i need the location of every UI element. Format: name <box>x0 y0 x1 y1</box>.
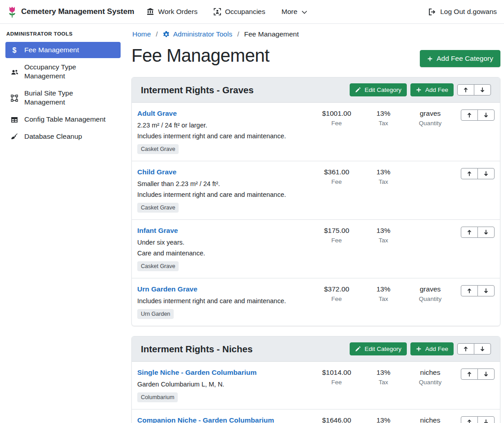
sidebar-item-burial-site-type-management[interactable]: Burial Site Type Management <box>5 85 121 110</box>
fee-tax-col: 13%Tax <box>360 368 407 386</box>
move-fee-down-button[interactable] <box>477 227 495 238</box>
fee-tax-col: 13%Tax <box>360 168 407 185</box>
fee-tax: 13% <box>360 168 407 176</box>
add-fee-category-button[interactable]: Add Fee Category <box>420 50 500 67</box>
fee-amount-label: Fee <box>313 296 360 302</box>
move-category-down-button[interactable] <box>474 84 491 96</box>
move-category-up-button[interactable] <box>457 343 474 355</box>
fee-quantity-label: Quantity <box>407 296 454 302</box>
sidebar-item-database-cleanup[interactable]: Database Cleanup <box>5 128 121 145</box>
fee-name-link[interactable]: Adult Grave <box>137 109 177 118</box>
arrow-up-icon <box>467 112 472 118</box>
fee-row: Companion Niche - Garden ColumbariumGard… <box>132 409 500 423</box>
page-layout: ADMINISTRATOR TOOLS $Fee ManagementOccup… <box>0 24 504 423</box>
fee-row: Child GraveSmaller than 2.23 m² / 24 ft²… <box>132 161 500 219</box>
sidebar-item-fee-management[interactable]: $Fee Management <box>5 42 121 58</box>
broom-icon <box>10 133 18 141</box>
sidebar-item-occupancy-type-management[interactable]: Occupancy Type Management <box>5 59 121 84</box>
move-fee-up-button[interactable] <box>461 227 478 238</box>
reorder-group <box>461 368 495 380</box>
move-fee-down-button[interactable] <box>477 416 495 423</box>
move-fee-up-button[interactable] <box>461 416 478 423</box>
app-logo-icon <box>7 6 17 18</box>
fee-amount-col: $361.00Fee <box>313 168 360 185</box>
move-fee-up-button[interactable] <box>461 109 478 121</box>
nav-item-occupancies[interactable]: Occupancies <box>214 8 266 16</box>
fee-quantity-col: gravesQuantity <box>407 109 454 127</box>
breadcrumb-home-link[interactable]: Home <box>132 30 151 38</box>
nav-item-more[interactable]: More <box>282 8 307 16</box>
page-header: Fee Management Add Fee Category <box>131 45 500 67</box>
edit-category-button[interactable]: Edit Category <box>350 342 407 355</box>
move-category-up-button[interactable] <box>457 84 474 96</box>
breadcrumb-admin-tools-link[interactable]: Administrator Tools <box>163 30 233 38</box>
breadcrumb-separator: / <box>237 30 239 38</box>
fee-amount-col: $1001.00Fee <box>313 109 360 127</box>
arrow-down-icon <box>483 112 489 118</box>
move-fee-down-button[interactable] <box>477 168 495 179</box>
category-header: Interment Rights - GravesEdit CategoryAd… <box>132 77 500 103</box>
sidebar-item-config-table-management[interactable]: Config Table Management <box>5 111 121 127</box>
fee-quantity-col: nichesQuantity <box>407 416 454 423</box>
fee-tax-col: 13%Tax <box>360 416 407 423</box>
plus-icon <box>416 346 422 352</box>
navbar-links: Work OrdersOccupanciesMore <box>147 8 307 16</box>
breadcrumb-current: Fee Management <box>244 30 299 38</box>
category-title: Interment Rights - Graves <box>141 85 254 96</box>
move-category-down-button[interactable] <box>474 343 491 355</box>
fee-name-link[interactable]: Child Grave <box>137 168 176 176</box>
plus-icon <box>427 56 433 62</box>
navbar: Cemetery Management System Work OrdersOc… <box>0 0 504 24</box>
dollar-icon: $ <box>10 46 18 55</box>
fee-tax: 13% <box>360 109 407 118</box>
fee-quantity: graves <box>407 285 454 293</box>
categories-container: Interment Rights - GravesEdit CategoryAd… <box>131 77 500 423</box>
app-brand[interactable]: Cemetery Management System <box>7 6 134 18</box>
fee-quantity-label: Quantity <box>407 379 454 386</box>
fee-name-link[interactable]: Companion Niche - Garden Columbarium <box>137 416 274 423</box>
move-fee-down-button[interactable] <box>477 285 495 296</box>
move-fee-up-button[interactable] <box>461 168 478 179</box>
reorder-group <box>457 84 491 96</box>
fee-description: Includes interment right and care and ma… <box>137 191 310 198</box>
move-fee-up-button[interactable] <box>461 285 478 296</box>
fee-amount: $361.00 <box>313 168 360 176</box>
add-fee-button[interactable]: Add Fee <box>410 342 454 355</box>
move-fee-down-button[interactable] <box>477 109 495 121</box>
fee-amount: $1646.00 <box>313 416 360 423</box>
category-header: Interment Rights - NichesEdit CategoryAd… <box>132 337 500 362</box>
fee-name-link[interactable]: Urn Garden Grave <box>137 285 198 293</box>
fee-description: Smaller than 2.23 m² / 24 ft². <box>137 180 310 187</box>
pencil-icon <box>355 346 361 352</box>
fee-tax: 13% <box>360 368 407 377</box>
fee-description: Includes interment right and care and ma… <box>137 132 310 140</box>
fee-tax: 13% <box>360 285 407 293</box>
arrow-down-icon <box>480 346 485 352</box>
move-fee-up-button[interactable] <box>461 368 478 380</box>
add-fee-button[interactable]: Add Fee <box>410 83 454 96</box>
fee-quantity: niches <box>407 416 454 423</box>
fee-name-link[interactable]: Infant Grave <box>137 227 178 235</box>
chevron-down-icon <box>302 9 307 15</box>
arrow-down-icon <box>483 371 489 377</box>
pencil-icon <box>355 87 361 93</box>
fee-quantity: graves <box>407 109 454 118</box>
reorder-group <box>461 416 495 423</box>
fee-tax: 13% <box>360 227 407 235</box>
fee-category-card: Interment Rights - NichesEdit CategoryAd… <box>131 336 500 423</box>
fee-name-link[interactable]: Single Niche - Garden Columbarium <box>137 368 256 377</box>
fee-description: Under six years. <box>137 239 310 246</box>
logout-link[interactable]: Log Out d.gowans <box>428 8 497 16</box>
fee-amount: $1001.00 <box>313 109 360 118</box>
move-fee-down-button[interactable] <box>477 368 495 380</box>
arrow-up-icon <box>467 229 472 235</box>
fee-row: Infant GraveUnder six years.Care and mai… <box>132 219 500 278</box>
fee-tax-col: 13%Tax <box>360 227 407 244</box>
breadcrumb: Home / Administrator Tools / Fee Managem… <box>131 30 500 38</box>
fee-tax-label: Tax <box>360 178 407 185</box>
nav-item-work-orders[interactable]: Work Orders <box>147 8 198 16</box>
fee-quantity-col: nichesQuantity <box>407 368 454 386</box>
fee-type-badge: Casket Grave <box>137 144 179 154</box>
fee-tax-label: Tax <box>360 379 407 386</box>
edit-category-button[interactable]: Edit Category <box>350 83 407 96</box>
